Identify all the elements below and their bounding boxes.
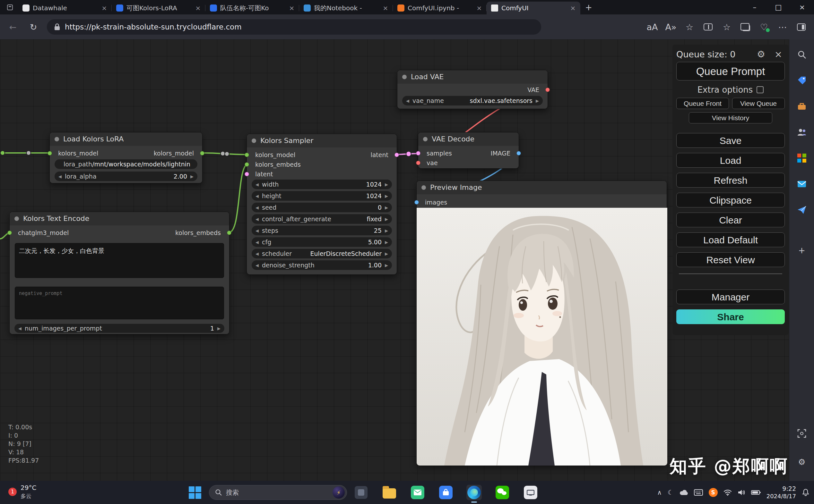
kolors-model-input-dot[interactable] — [245, 153, 249, 157]
new-tab-button[interactable]: + — [582, 2, 595, 13]
prompt-textarea[interactable]: 二次元，长发，少女，白色背景 — [15, 243, 224, 278]
extra-options-checkbox[interactable] — [757, 86, 764, 93]
people-icon[interactable] — [796, 127, 807, 138]
wifi-icon[interactable] — [724, 489, 732, 496]
focus-assist-moon-icon[interactable]: ☾ — [668, 489, 674, 496]
latent-input-dot[interactable] — [245, 172, 249, 176]
node-kolors-sampler[interactable]: Kolors Sampler kolors_model kolors_embed… — [247, 134, 397, 275]
manager-button[interactable]: Manager — [676, 290, 785, 304]
prev-value-icon[interactable]: ◀ — [256, 217, 259, 222]
save-button[interactable]: Save — [676, 133, 785, 148]
collapse-dot-icon[interactable] — [402, 75, 407, 79]
close-icon[interactable]: × — [569, 4, 577, 12]
collapse-dot-icon[interactable] — [423, 137, 428, 141]
widget-scheduler[interactable]: ◀ scheduler EulerDiscreteScheduler ▶ — [252, 249, 392, 258]
close-icon[interactable]: × — [288, 4, 296, 12]
ime-keyboard-icon[interactable] — [694, 489, 703, 496]
collapse-dot-icon[interactable] — [252, 139, 256, 143]
tab-datawhale[interactable]: Datawhale × — [18, 2, 112, 14]
close-window-button[interactable]: × — [790, 0, 814, 14]
close-menu-icon[interactable]: × — [772, 49, 785, 60]
start-button[interactable] — [187, 485, 202, 500]
widget-steps[interactable]: ◀ steps 25 ▶ — [252, 226, 392, 235]
widget-lora-path[interactable]: lora_path /mnt/workspace/models/lightnin — [55, 159, 197, 169]
load-default-button[interactable]: Load Default — [676, 232, 785, 247]
prev-value-icon[interactable]: ◀ — [256, 228, 259, 233]
address-bar[interactable]: https://pk-strain-absolute-sun.trycloudf… — [47, 19, 541, 35]
onedrive-cloud-icon[interactable] — [679, 489, 688, 496]
next-value-icon[interactable]: ▶ — [385, 228, 388, 233]
kolors-embeds-output-dot[interactable] — [227, 231, 232, 235]
shopping-tag-icon[interactable] — [796, 75, 807, 86]
kolors-model-output-dot[interactable] — [200, 151, 205, 155]
next-value-icon[interactable]: ▶ — [385, 251, 388, 256]
prev-value-icon[interactable]: ◀ — [58, 174, 62, 179]
microsoft365-icon[interactable] — [796, 153, 807, 164]
outlook-icon[interactable] — [796, 179, 807, 189]
clear-button[interactable]: Clear — [676, 213, 785, 227]
view-history-button[interactable]: View History — [689, 112, 772, 123]
add-sidebar-app-icon[interactable]: + — [796, 245, 807, 256]
collapse-dot-icon[interactable] — [421, 185, 426, 190]
next-value-icon[interactable]: ▶ — [385, 263, 388, 268]
read-aloud-icon[interactable]: A» — [664, 20, 678, 34]
node-load-kolors-lora[interactable]: Load Kolors LoRA kolors_model kolors_mod… — [49, 132, 202, 183]
prev-value-icon[interactable]: ◀ — [18, 326, 21, 331]
minimize-button[interactable]: – — [743, 0, 767, 14]
drop-paper-plane-icon[interactable] — [796, 205, 807, 215]
kolors-embeds-input-dot[interactable] — [245, 162, 249, 167]
favorites-bar-icon[interactable]: ☆ — [720, 20, 734, 34]
tab-kolors-lora[interactable]: 可图Kolors-LoRA × — [112, 2, 206, 14]
view-queue-button[interactable]: View Queue — [732, 98, 785, 109]
close-icon[interactable]: × — [100, 4, 108, 12]
share-button[interactable]: Share — [676, 309, 785, 324]
kolors-model-input-dot[interactable] — [47, 151, 52, 155]
widget-seed[interactable]: ◀ seed 0 ▶ — [252, 203, 392, 212]
taskbar-search[interactable]: ⚡ — [209, 485, 347, 500]
close-icon[interactable]: × — [194, 4, 202, 12]
browser-essentials-icon[interactable]: ♡ — [757, 20, 771, 34]
next-value-icon[interactable]: ▶ — [536, 98, 539, 103]
search-input[interactable] — [226, 489, 329, 496]
load-button[interactable]: Load — [676, 153, 785, 168]
snipping-tool-icon[interactable] — [523, 485, 538, 500]
add-favorite-icon[interactable]: ☆ — [683, 20, 697, 34]
widget-lora-alpha[interactable]: ◀ lora_alpha 2.00 ▶ — [55, 172, 197, 181]
collapse-dot-icon[interactable] — [55, 137, 59, 141]
node-preview-image[interactable]: Preview Image images — [416, 181, 667, 465]
sidebar-settings-icon[interactable]: ⚙ — [796, 457, 807, 467]
screenshot-icon[interactable] — [796, 428, 807, 439]
more-menu-icon[interactable]: ⋯ — [776, 20, 790, 34]
image-output-dot[interactable] — [516, 151, 521, 155]
queue-prompt-button[interactable]: Queue Prompt — [676, 62, 785, 80]
tray-chevron-up-icon[interactable]: ∧ — [657, 489, 662, 496]
collections-icon[interactable] — [738, 20, 752, 34]
workspaces-icon[interactable] — [4, 2, 15, 13]
file-explorer-icon[interactable] — [382, 485, 397, 500]
prev-value-icon[interactable]: ◀ — [256, 182, 259, 187]
search-icon[interactable] — [796, 49, 807, 60]
close-icon[interactable]: × — [381, 4, 390, 12]
node-load-vae[interactable]: Load VAE VAE ◀ vae_name sdxl.vae.safeten… — [397, 70, 548, 109]
clipspace-button[interactable]: Clipspace — [676, 193, 785, 207]
tools-briefcase-icon[interactable] — [796, 101, 807, 112]
next-value-icon[interactable]: ▶ — [385, 182, 388, 187]
battery-icon[interactable] — [751, 490, 761, 495]
next-value-icon[interactable]: ▶ — [385, 217, 388, 222]
weather-widget[interactable]: 1 29°C 多云 — [8, 483, 36, 500]
task-view-app-icon[interactable] — [353, 485, 369, 500]
mail-app-icon[interactable] — [410, 485, 425, 500]
prev-value-icon[interactable]: ◀ — [256, 263, 259, 268]
wechat-app-icon[interactable] — [495, 485, 510, 500]
edge-app-icon[interactable] — [466, 485, 482, 500]
next-value-icon[interactable]: ▶ — [385, 240, 388, 245]
widget-cfg[interactable]: ◀ cfg 5.00 ▶ — [252, 237, 392, 247]
reset-view-button[interactable]: Reset View — [676, 252, 785, 267]
sogou-input-icon[interactable]: S — [709, 488, 718, 497]
prev-value-icon[interactable]: ◀ — [256, 194, 259, 198]
widget-width[interactable]: ◀ width 1024 ▶ — [252, 180, 392, 189]
vae-input-dot[interactable] — [416, 161, 420, 165]
widget-denoise-strength[interactable]: ◀ denoise_strength 1.00 ▶ — [252, 260, 392, 270]
latent-output-dot[interactable] — [394, 153, 399, 157]
prev-value-icon[interactable]: ◀ — [256, 240, 259, 245]
